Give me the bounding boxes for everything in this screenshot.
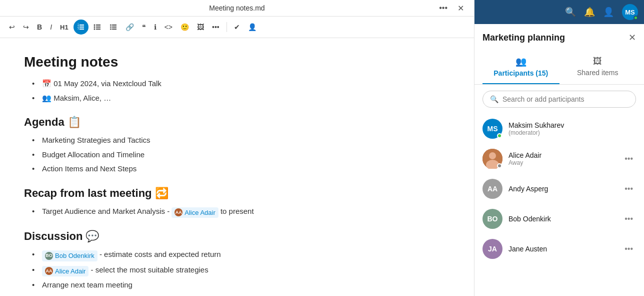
avatar-alice <box>482 149 502 169</box>
link-button[interactable]: 🔗 <box>122 21 137 33</box>
bob-mention[interactable]: BO Bob Odenkirk <box>42 250 98 261</box>
redo-button[interactable]: ↪ <box>20 21 32 33</box>
tab-shared-items[interactable]: 🖼 Shared items <box>560 51 636 84</box>
agenda-item-1: Marketing Strategies and Tactics <box>32 135 450 146</box>
sidebar-tabs: 👥 Participants (15) 🖼 Shared items <box>482 51 636 84</box>
heading-button[interactable]: H1 <box>57 22 72 33</box>
more-button-bob[interactable]: ••• <box>622 212 636 225</box>
alice-task-text: - select the most suitable strategies <box>91 265 208 274</box>
svg-rect-13 <box>112 25 116 26</box>
contacts-icon[interactable]: 👤 <box>603 7 614 18</box>
info-button[interactable]: ℹ <box>151 21 160 33</box>
search-icon[interactable]: 🔍 <box>565 7 576 18</box>
status-online-maksim <box>497 133 502 138</box>
svg-rect-11 <box>96 29 100 30</box>
participants-list: MS Maksim Sukharev (moderator) Alice Ada <box>474 114 644 296</box>
svg-rect-15 <box>112 27 116 28</box>
avatar-bob: BO <box>482 209 502 229</box>
role-maksim: (moderator) <box>508 129 636 136</box>
participant-item-bob: BO Bob Odenkirk ••• <box>474 204 644 234</box>
status-alice: Away <box>508 159 616 166</box>
sidebar: 🔍 🔔 👤 MS Marketing planning ✕ 👥 Particip… <box>474 0 644 296</box>
recap-list: Target Audience and Market Analysis - AA… <box>24 206 450 218</box>
more-button-alice[interactable]: ••• <box>622 152 636 165</box>
search-input[interactable] <box>502 95 628 103</box>
name-alice: Alice Adair <box>508 151 616 159</box>
more-options-button[interactable]: ••• <box>437 3 450 14</box>
italic-button[interactable]: I <box>47 21 55 33</box>
svg-rect-2 <box>80 29 84 30</box>
document-title: Meeting notes <box>24 54 450 70</box>
quote-button[interactable]: ❝ <box>139 21 149 33</box>
bullet-list-button[interactable] <box>90 21 104 33</box>
participants-icon: 👥 <box>42 94 52 102</box>
code-button[interactable]: <> <box>162 21 176 33</box>
name-andy: Andy Asperg <box>508 185 616 193</box>
recap-text-after: to present <box>220 207 254 215</box>
svg-point-10 <box>94 29 95 30</box>
svg-rect-12 <box>110 25 112 26</box>
user-avatar[interactable]: MS <box>622 4 638 20</box>
ordered-list-button[interactable]: 123 <box>74 20 88 35</box>
panel-title-row: Marketing planning ✕ <box>482 32 636 43</box>
participants-text: Maksim, Alice, … <box>54 94 111 102</box>
discussion-title: Discussion 💬 <box>24 230 450 243</box>
participants-tab-icon: 👥 <box>516 56 526 67</box>
participant-item-maksim: MS Maksim Sukharev (moderator) <box>474 114 644 144</box>
sidebar-header: Marketing planning ✕ 👥 Participants (15)… <box>474 24 644 85</box>
participants-tab-label: Participants (15) <box>494 69 548 77</box>
svg-rect-16 <box>110 29 112 30</box>
info-maksim: Maksim Sukharev (moderator) <box>508 121 636 136</box>
editor-content: Meeting notes 📅 01 May 2024, via Nextclo… <box>0 38 474 296</box>
agenda-item-2: Budget Allocation and Timeline <box>32 149 450 161</box>
image-button[interactable]: 🖼 <box>194 21 207 33</box>
recap-text-before: Target Audience and Market Analysis - <box>42 207 172 215</box>
name-bob: Bob Odenkirk <box>508 215 616 223</box>
bell-icon[interactable]: 🔔 <box>584 7 595 18</box>
emoji-button[interactable]: 🙂 <box>178 21 192 33</box>
date-text: 01 May 2024, via Nextcloud Talk <box>54 79 162 88</box>
toolbar: ↩ ↪ B I H1 123 🔗 ❝ ℹ <> 🙂 🖼 ••• ✔ 👤 <box>0 17 474 38</box>
info-alice: Alice Adair Away <box>508 151 616 166</box>
bold-button[interactable]: B <box>34 21 45 33</box>
alice-avatar-small: AA <box>174 208 182 216</box>
close-panel-button[interactable]: ✕ <box>628 32 636 43</box>
alice-mention-discussion[interactable]: AA Alice Adair <box>42 266 88 277</box>
more-button-andy[interactable]: ••• <box>622 182 636 195</box>
meta-list: 📅 01 May 2024, via Nextcloud Talk 👥 Maks… <box>24 78 450 104</box>
close-editor-button[interactable]: ✕ <box>456 3 466 14</box>
editor-titlebar: Meeting notes.md ••• ✕ <box>0 0 474 17</box>
discussion-item-alice: AA Alice Adair - select the most suitabl… <box>32 264 450 277</box>
editor-title: Meeting notes.md <box>209 4 264 12</box>
info-andy: Andy Asperg <box>508 185 616 193</box>
svg-point-8 <box>94 27 95 28</box>
svg-rect-14 <box>110 27 112 28</box>
dash-list-button[interactable] <box>106 21 120 33</box>
more-formatting-button[interactable]: ••• <box>209 21 222 33</box>
status-away-alice <box>497 163 502 168</box>
agenda-title: Agenda 📋 <box>24 116 450 129</box>
bob-task-text: - estimate costs and expected return <box>100 250 221 258</box>
search-box: 🔍 <box>482 91 636 108</box>
alice-mention-recap[interactable]: AA Alice Adair <box>172 207 218 218</box>
discussion-list: BO Bob Odenkirk - estimate costs and exp… <box>24 249 450 291</box>
svg-point-19 <box>489 152 496 159</box>
meta-date: 📅 01 May 2024, via Nextcloud Talk <box>32 78 450 90</box>
mention-button[interactable]: 👤 <box>245 21 260 33</box>
checklist-button[interactable]: ✔ <box>231 21 243 33</box>
avatar-maksim: MS <box>482 119 502 139</box>
shared-items-tab-icon: 🖼 <box>593 56 602 67</box>
info-jane: Jane Austen <box>508 245 616 253</box>
participant-item-jane: JA Jane Austen ••• <box>474 234 644 264</box>
svg-rect-1 <box>80 27 84 28</box>
online-indicator <box>634 16 638 20</box>
more-button-jane[interactable]: ••• <box>622 242 636 255</box>
tab-participants[interactable]: 👥 Participants (15) <box>482 51 560 84</box>
search-area: 🔍 <box>474 85 644 114</box>
undo-button[interactable]: ↩ <box>6 21 18 33</box>
agenda-item-3: Action Items and Next Steps <box>32 163 450 175</box>
editor-container: Meeting notes.md ••• ✕ ↩ ↪ B I H1 123 🔗 … <box>0 0 474 296</box>
titlebar-actions: ••• ✕ <box>437 3 466 14</box>
svg-text:3: 3 <box>78 27 79 30</box>
svg-point-6 <box>94 25 95 26</box>
